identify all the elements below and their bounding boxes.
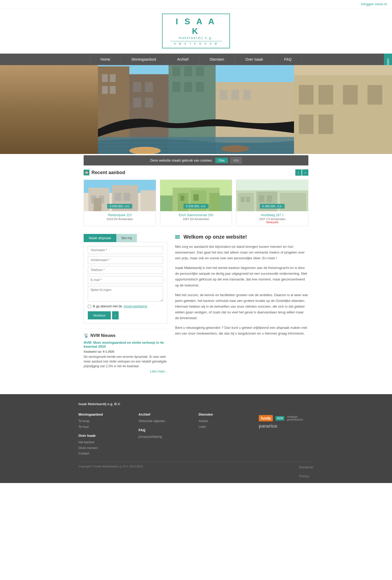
logo-area: I S A A K makelaardij o.g. A M S T E R D… [0,8,392,54]
form-tabs: Maak afspraak Bel mij [84,234,167,242]
property-price-1: € 659.000,- k.k. [107,204,132,209]
footer-link-onze-mensen[interactable]: Onze mensen [78,445,133,451]
footer-link-te-koop[interactable]: Te koop [78,418,133,424]
prev-arrow[interactable]: ‹ [295,169,302,176]
svg-rect-68 [259,196,264,202]
recent-aanbod-title: 🏠 Recent aanbod [84,170,125,175]
nvm-article-date: Geplaatst op: 9-1-2025 [84,350,114,353]
firstname-input[interactable] [88,246,163,254]
welcome-paragraph-1: Met zorg en aandacht iets bijzonders tot… [175,244,308,261]
footer-over-isaak-title: Over Isaak [78,434,133,438]
svg-rect-52 [94,198,101,211]
cookie-info-button[interactable]: Info [230,157,242,163]
welcome-title: Welkom op onze website! [175,234,308,240]
form-submit-row: Verstuur › [88,311,163,319]
privacy-checkbox[interactable] [88,305,91,308]
footer-link-privacyverklaring[interactable]: privacyverklaring [139,434,193,440]
svg-rect-60 [193,194,199,201]
footer-link-links[interactable]: Links [199,424,253,430]
footer-company: Isaak Makelaardij o.g. B.V. [78,402,314,409]
lastname-input[interactable] [88,256,163,264]
logo-box[interactable]: I S A A K makelaardij o.g. A M S T E R D… [162,14,230,48]
svg-point-27 [222,145,249,152]
svg-rect-33 [299,85,314,105]
property-card-3[interactable]: € 385.000,- k.k. Hoofdweg 187 1 1057 CS … [236,180,308,226]
nvm-title: NVM Nieuws [90,333,116,338]
nvm-article-text: De woningmarkt kende een enorme dynamiek… [84,354,167,369]
pararius-logo-area: pararius [259,423,314,429]
cert-logo: vastgoedgecertificeerd [287,415,303,421]
property-address-2[interactable]: Erich Salomonstraat 150 [163,213,229,217]
nav-home[interactable]: Home [90,54,121,65]
svg-rect-66 [241,197,245,202]
svg-rect-8 [145,82,153,92]
welcome-paragraph-2: Isaak Makelaardij is met het eerste kant… [175,265,308,288]
svg-rect-47 [141,190,155,211]
next-button[interactable]: › [112,311,118,319]
property-address-3[interactable]: Hoofdweg 187 1 [239,213,305,217]
cookie-message: Deze website maakt gebruik van cookies. [150,158,213,162]
property-sold-3: Verkocht [239,221,305,224]
home-icon: 🏠 [84,170,89,175]
nav-diensten[interactable]: Diensten [199,54,235,65]
footer-woningaanbod-title: Woningaanbod [78,412,133,416]
svg-rect-23 [231,90,239,100]
property-image-1: € 659.000,- k.k. [84,180,156,211]
footer-link-contact[interactable]: Contact [78,451,133,457]
tab-afspraak[interactable]: Maak afspraak [84,234,116,242]
property-address-1[interactable]: Rietlandpark 223 [87,213,153,217]
footer-link-te-huur[interactable]: Te huur [78,424,133,430]
svg-rect-5 [110,86,116,94]
privacy-link[interactable]: privacyverklaring [124,305,147,308]
svg-rect-20 [196,82,204,92]
login-link[interactable]: Inloggen move.nl [361,2,387,6]
svg-rect-4 [102,86,108,94]
svg-rect-38 [319,114,333,134]
svg-rect-7 [133,82,141,92]
property-image-2: € 539.000,- k.k. [160,180,232,211]
footer-link-verkochte[interactable]: Verkochte objecten [139,418,193,424]
hero-center [98,65,294,154]
hero-left [0,65,98,154]
main-content: Deze website maakt gebruik van cookies. … [78,154,314,386]
nav-woningaanbod[interactable]: Woningaanbod [121,54,167,65]
footer-archief-title: Archief [139,412,193,416]
svg-rect-9 [133,98,141,108]
nvm-lees-meer[interactable]: Lees meer... [84,370,167,373]
svg-rect-35 [343,85,358,105]
property-card-2[interactable]: € 539.000,- k.k. Erich Salomonstraat 150… [160,180,232,226]
property-card-1[interactable]: € 659.000,- k.k. Rietlandpark 223 1019 D… [84,180,156,226]
pararius-logo: pararius [259,423,314,429]
footer-link-kantoor[interactable]: Het kantoor [78,440,133,445]
cookie-ok-button[interactable]: Oke [215,158,228,163]
footer-privacy[interactable]: Privacy [299,474,314,479]
svg-rect-17 [196,66,204,76]
hero-right [294,65,392,154]
next-arrow[interactable]: › [302,169,308,176]
svg-rect-16 [184,66,192,76]
nvm-article-title[interactable]: NVM: Meer woningaanbod en vlotte verkoop… [84,341,167,348]
carousel-arrows: ‹ › [295,169,308,176]
svg-rect-36 [367,85,382,105]
nav-archief[interactable]: Archief [167,54,199,65]
main-nav: Home Woningaanbod Archief Diensten Over … [0,54,392,65]
svg-rect-37 [299,114,314,134]
tab-bel[interactable]: Bel mij [116,234,137,242]
remarks-input[interactable] [88,286,163,302]
phone-input[interactable] [88,266,163,274]
footer-content: Woningaanbod Te koop Te huur Over Isaak … [78,412,314,457]
logo-subtitle: makelaardij o.g. [170,36,222,40]
verstuur-button[interactable]: Verstuur [88,311,111,319]
property-price-2: € 539.000,- k.k. [183,204,209,209]
property-info-1: Rietlandpark 223 1019 DV Amsterdam [84,211,156,223]
footer-disclaimer[interactable]: Disclaimer [299,465,314,470]
nav-faq[interactable]: FAQ [274,54,302,65]
footer-link-advies[interactable]: Advies [199,418,253,424]
svg-rect-58 [209,193,220,211]
nav-over-isaak[interactable]: Over Isaak [235,54,274,65]
footer-bottom: Copyright © Isaak Makelaardij o.g. B.V. … [78,462,314,479]
logo-city: A M S T E R D A M [170,41,222,45]
hero-image [0,65,392,154]
nvm-section: 📡 NVM Nieuws NVM: Meer woningaanbod en v… [84,329,167,373]
email-input[interactable] [88,276,163,284]
